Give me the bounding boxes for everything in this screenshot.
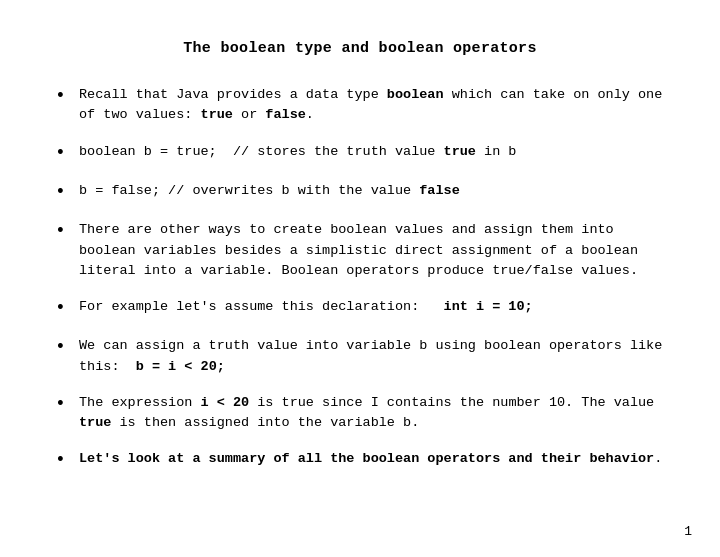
bullet-list: • Recall that Java provides a data type … [55, 85, 665, 473]
bullet-content: For example let's assume this declaratio… [79, 297, 665, 317]
bullet-dot: • [55, 336, 73, 359]
keyword-false: false [265, 107, 306, 122]
list-item: • The expression i < 20 is true since I … [55, 393, 665, 434]
bullet-content: Recall that Java provides a data type bo… [79, 85, 665, 126]
bullet-content: Let's look at a summary of all the boole… [79, 449, 665, 469]
keyword-false-2: false [419, 183, 460, 198]
page-title: The boolean type and boolean operators [55, 40, 665, 57]
bullet-content: b = false; // overwrites b with the valu… [79, 181, 665, 201]
bullet-content: There are other ways to create boolean v… [79, 220, 665, 281]
keyword-true-2: true [444, 144, 476, 159]
keyword-true: true [201, 107, 233, 122]
list-item: • b = false; // overwrites b with the va… [55, 181, 665, 204]
list-item: • We can assign a truth value into varia… [55, 336, 665, 377]
keyword-boolean: boolean [387, 87, 444, 102]
list-item: • Let's look at a summary of all the boo… [55, 449, 665, 472]
bullet-dot: • [55, 142, 73, 165]
list-item: • For example let's assume this declarat… [55, 297, 665, 320]
bullet-dot: • [55, 449, 73, 472]
list-item: • Recall that Java provides a data type … [55, 85, 665, 126]
bullet-dot: • [55, 393, 73, 416]
bullet-dot: • [55, 220, 73, 243]
bullet-content: We can assign a truth value into variabl… [79, 336, 665, 377]
bullet-content: boolean b = true; // stores the truth va… [79, 142, 665, 162]
summary-text: Let's look at a summary of all the boole… [79, 451, 654, 466]
page-number: 1 [684, 524, 692, 539]
code-assign: b = i < 20; [136, 359, 225, 374]
page: The boolean type and boolean operators •… [0, 0, 720, 557]
list-item: • boolean b = true; // stores the truth … [55, 142, 665, 165]
bullet-dot: • [55, 85, 73, 108]
bullet-dot: • [55, 297, 73, 320]
code-decl: int i = 10; [444, 299, 533, 314]
bullet-dot: • [55, 181, 73, 204]
list-item: • There are other ways to create boolean… [55, 220, 665, 281]
bullet-content: The expression i < 20 is true since I co… [79, 393, 665, 434]
keyword-true-3: true [79, 415, 111, 430]
code-expr: i < 20 [201, 395, 250, 410]
